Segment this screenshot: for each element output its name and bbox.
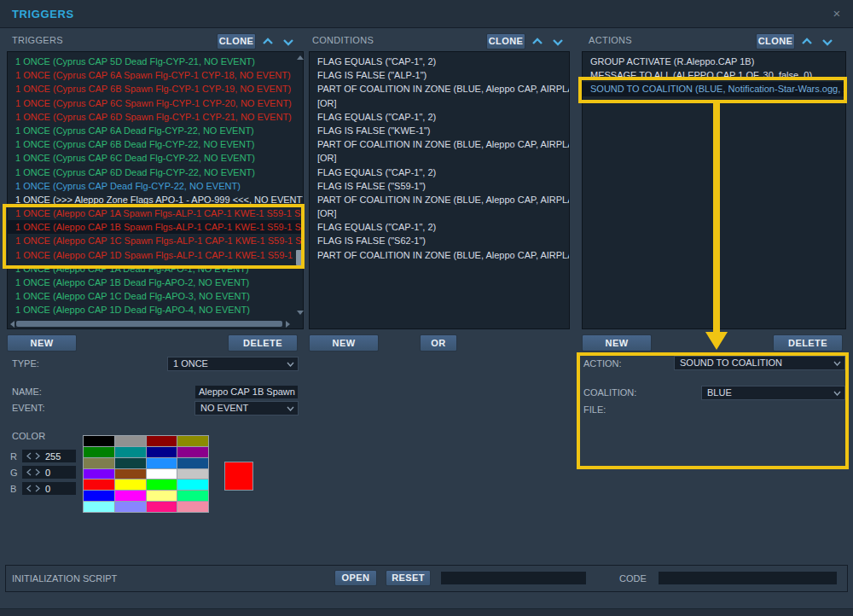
actions-list[interactable]: GROUP ACTIVATE (R.Aleppo.CAP 1B)MESSAGE … [582, 51, 846, 329]
trigger-item[interactable]: 1 ONCE (Aleppo CAP 1C Dead Flg-APO-3, NO… [8, 289, 303, 303]
palette-swatch[interactable] [115, 447, 146, 457]
name-input[interactable]: Aleppo CAP 1B Spawn Flgs [194, 385, 299, 399]
trigger-item[interactable]: 1 ONCE (Aleppo CAP 1D Spawn Flgs-ALP-1 C… [8, 248, 303, 262]
palette-swatch[interactable] [84, 479, 114, 490]
trigger-item[interactable]: 1 ONCE (Cyprus CAP 6B Dead Flg-CYP-22, N… [8, 137, 303, 151]
conditions-move-down-icon[interactable] [551, 35, 565, 49]
palette-swatch[interactable] [84, 502, 114, 512]
actions-new-button[interactable]: NEW [582, 334, 652, 352]
decrement-icon[interactable] [26, 485, 32, 492]
trigger-item[interactable]: 1 ONCE (>>> Aleppo Zone Flags APO-1 - AP… [8, 193, 303, 206]
script-file-input[interactable] [440, 571, 587, 585]
palette-swatch[interactable] [115, 458, 146, 468]
palette-swatch[interactable] [147, 491, 177, 501]
condition-item[interactable]: PART OF COALITION IN ZONE (BLUE, Aleppo … [310, 137, 569, 151]
trigger-item[interactable]: 1 ONCE (Aleppo CAP 1A Dead Flg-APO-1, NO… [8, 262, 303, 276]
green-stepper[interactable]: 0 [21, 465, 77, 479]
condition-item[interactable]: FLAG IS FALSE ("S62-1") [310, 234, 569, 247]
actions-move-down-icon[interactable] [821, 35, 834, 49]
trigger-item[interactable]: 1 ONCE (Cyprus CAP 6B Spawn Flg-CYP-1 CY… [8, 82, 303, 96]
increment-icon[interactable] [35, 485, 40, 492]
triggers-move-down-icon[interactable] [281, 35, 295, 49]
palette-swatch[interactable] [177, 436, 208, 446]
trigger-item[interactable]: 1 ONCE (Cyprus CAP 6C Dead Flg-CYP-22, N… [8, 151, 303, 165]
action-item[interactable]: SOUND TO COALITION (BLUE, Notification-S… [583, 82, 845, 96]
palette-swatch[interactable] [177, 458, 208, 468]
blue-stepper[interactable]: 0 [21, 481, 77, 496]
palette-swatch[interactable] [84, 469, 114, 479]
conditions-clone-button[interactable]: CLONE [486, 33, 525, 49]
condition-item[interactable]: [OR] [310, 206, 569, 220]
actions-clone-button[interactable]: CLONE [756, 33, 795, 49]
triggers-vertical-scrollbar[interactable] [294, 52, 305, 318]
trigger-item[interactable]: 1 ONCE (Aleppo CAP 1D Dead Flg-APO-4, NO… [8, 303, 303, 317]
actions-move-up-icon[interactable] [800, 35, 814, 49]
scroll-down-icon[interactable] [297, 311, 304, 315]
actions-delete-button[interactable]: DELETE [773, 334, 843, 352]
triggers-list[interactable]: 1 ONCE (Cyprus CAP 5D Dead Flg-CYP-21, N… [7, 51, 304, 329]
conditions-or-button[interactable]: OR [420, 334, 457, 352]
trigger-item[interactable]: 1 ONCE (Aleppo CAP 1C Spawn Flgs-ALP-1 C… [8, 234, 303, 247]
palette-swatch[interactable] [115, 436, 146, 446]
condition-item[interactable]: PART OF COALITION IN ZONE (BLUE, Aleppo … [310, 193, 569, 206]
horizontal-scroll-thumb[interactable] [16, 321, 282, 327]
palette-swatch[interactable] [177, 469, 208, 479]
palette-swatch[interactable] [147, 447, 177, 457]
decrement-icon[interactable] [26, 452, 32, 460]
palette-swatch[interactable] [147, 479, 177, 490]
trigger-item[interactable]: 1 ONCE (Cyprus CAP 6C Spawn Flg-CYP-1 CY… [8, 96, 303, 110]
condition-item[interactable]: FLAG IS FALSE ("S59-1") [310, 179, 569, 193]
coalition-dropdown[interactable]: BLUE [701, 386, 845, 400]
condition-item[interactable]: FLAG IS FALSE ("KWE-1") [310, 124, 569, 137]
palette-swatch[interactable] [115, 469, 146, 479]
open-button[interactable]: OPEN [334, 570, 377, 586]
palette-swatch[interactable] [177, 491, 208, 501]
scroll-left-icon[interactable] [10, 321, 15, 328]
palette-swatch[interactable] [177, 502, 208, 512]
trigger-item[interactable]: 1 ONCE (Cyprus CAP 6A Spawn Flg-CYP-1 CY… [8, 68, 303, 82]
trigger-item[interactable]: 1 ONCE (Aleppo CAP 1B Dead Flg-APO-2, NO… [8, 276, 303, 289]
trigger-item[interactable]: 1 ONCE (Aleppo CAP 1B Spawn Flgs-ALP-1 C… [8, 220, 303, 234]
condition-item[interactable]: FLAG IS FALSE ("ALP-1") [310, 68, 569, 82]
condition-item[interactable]: [OR] [310, 96, 569, 110]
trigger-item[interactable]: 1 ONCE (Cyprus CAP 6D Dead Flg-CYP-22, N… [8, 166, 303, 179]
triggers-move-up-icon[interactable] [261, 35, 275, 49]
palette-swatch[interactable] [84, 447, 114, 457]
type-dropdown[interactable]: 1 ONCE [167, 357, 299, 371]
condition-item[interactable]: FLAG EQUALS ("CAP-1", 2) [310, 166, 569, 179]
decrement-icon[interactable] [26, 468, 32, 476]
palette-swatch[interactable] [84, 436, 114, 446]
condition-item[interactable]: FLAG EQUALS ("CAP-1", 2) [310, 55, 569, 68]
conditions-new-button[interactable]: NEW [309, 334, 379, 352]
close-icon[interactable]: × [827, 0, 846, 27]
palette-swatch[interactable] [115, 479, 146, 490]
trigger-item[interactable]: 1 ONCE (Cyprus CAP 5D Dead Flg-CYP-21, N… [8, 55, 303, 68]
palette-swatch[interactable] [177, 447, 208, 457]
palette-swatch[interactable] [115, 491, 146, 501]
conditions-list[interactable]: FLAG EQUALS ("CAP-1", 2)FLAG IS FALSE ("… [309, 51, 570, 329]
triggers-clone-button[interactable]: CLONE [217, 33, 256, 49]
vertical-scroll-thumb[interactable] [296, 250, 303, 265]
reset-button[interactable]: RESET [386, 570, 431, 586]
trigger-item[interactable]: 1 ONCE (Cyprus CAP 6A Dead Flg-CYP-22, N… [8, 124, 303, 137]
event-dropdown[interactable]: NO EVENT [194, 401, 299, 416]
scroll-right-icon[interactable] [286, 321, 290, 328]
palette-swatch[interactable] [115, 502, 146, 512]
increment-icon[interactable] [35, 452, 40, 460]
palette-swatch[interactable] [147, 458, 177, 468]
trigger-item[interactable]: 1 ONCE (Cyprus CAP Dead Flg-CYP-22, NO E… [8, 179, 303, 193]
conditions-move-up-icon[interactable] [531, 35, 544, 49]
triggers-delete-button[interactable]: DELETE [228, 334, 298, 352]
condition-item[interactable]: [OR] [310, 151, 569, 165]
trigger-item[interactable]: 1 ONCE (Aleppo CAP 1A Spawn Flgs-ALP-1 C… [8, 206, 303, 220]
palette-swatch[interactable] [147, 469, 177, 479]
scroll-up-icon[interactable] [297, 55, 304, 60]
triggers-new-button[interactable]: NEW [7, 334, 77, 352]
palette-swatch[interactable] [84, 458, 114, 468]
condition-item[interactable]: PART OF COALITION IN ZONE (BLUE, Aleppo … [310, 82, 569, 96]
trigger-item[interactable]: 1 ONCE (Cyprus CAP 6D Spawn Flg-CYP-1 CY… [8, 110, 303, 124]
palette-swatch[interactable] [177, 479, 208, 490]
action-item[interactable]: GROUP ACTIVATE (R.Aleppo.CAP 1B) [583, 55, 845, 68]
action-dropdown[interactable]: SOUND TO COALITION [674, 356, 845, 370]
condition-item[interactable]: FLAG EQUALS ("CAP-1", 2) [310, 220, 569, 234]
